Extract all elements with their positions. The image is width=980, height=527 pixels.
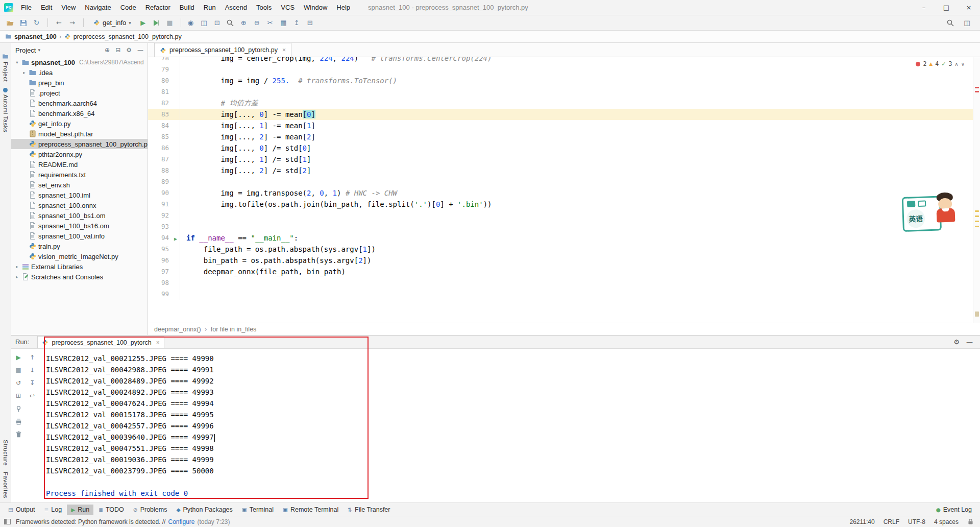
toolwindow-todo[interactable]: ≣TODO xyxy=(94,505,128,515)
code-line-82[interactable]: 82 # 均值方差 xyxy=(148,98,980,109)
code-line-86[interactable]: 86 img[..., 0] /= std[0] xyxy=(148,142,980,154)
code-line-81[interactable]: 81 xyxy=(148,86,980,98)
menu-item-edit[interactable]: Edit xyxy=(36,0,57,15)
code-line-96[interactable]: 96 bin_path = os.path.abspath(sys.argv[2… xyxy=(148,255,980,266)
code-line-78[interactable]: 78 img = center_crop(img, 224, 224) # tr… xyxy=(148,57,980,64)
configure-link[interactable]: Configure xyxy=(168,518,194,525)
tree-item-model-best-pth-tar[interactable]: model_best.pth.tar xyxy=(11,129,148,139)
toolwindow-python-packages[interactable]: ◆Python Packages xyxy=(172,505,236,515)
layout-button[interactable]: ◫ xyxy=(961,17,973,29)
tree-item-pthtar2onnx-py[interactable]: pthtar2onnx.py xyxy=(11,149,148,159)
open-button[interactable] xyxy=(4,17,16,29)
code-line-95[interactable]: 95 file_path = os.path.abspath(sys.argv[… xyxy=(148,244,980,255)
code-line-90[interactable]: 90 img = img.transpose(2, 0, 1) # HWC ->… xyxy=(148,187,980,199)
settings-gear-button[interactable]: ⚙ xyxy=(126,46,132,54)
menu-item-code[interactable]: Code xyxy=(116,0,141,15)
clear-button[interactable] xyxy=(14,429,23,439)
menu-item-ascend[interactable]: Ascend xyxy=(220,0,252,15)
stripe-tab-automl-tasks[interactable]: Automl Tasks xyxy=(3,88,9,132)
forward-button[interactable]: → xyxy=(66,17,78,29)
run-tab[interactable]: preprocess_spnasnet_100_pytorch × xyxy=(37,336,164,348)
menu-item-refactor[interactable]: Refactor xyxy=(141,0,175,15)
code-line-92[interactable]: 92 xyxy=(148,210,980,221)
tree-item-set-env-sh[interactable]: set_env.sh xyxy=(11,180,148,190)
code-line-97[interactable]: 97 deepmar_onnx(file_path, bin_path) xyxy=(148,266,980,277)
scrollbar-error-stripe[interactable] xyxy=(973,57,980,323)
code-line-85[interactable]: 85 img[..., 2] -= mean[2] xyxy=(148,131,980,142)
tree-item-readme-md[interactable]: README.md xyxy=(11,159,148,170)
screenshot-button[interactable]: ⊡ xyxy=(211,17,223,29)
back-button[interactable]: ← xyxy=(53,17,65,29)
code-line-99[interactable]: 99 xyxy=(148,289,980,300)
toolwindow-run[interactable]: ▶Run xyxy=(67,505,93,515)
print-button[interactable] xyxy=(14,417,23,426)
scroll-to-end-button[interactable]: ↧ xyxy=(28,378,37,388)
toolwindow-switcher-icon[interactable] xyxy=(4,519,11,524)
warning-mark[interactable] xyxy=(975,226,979,227)
tree-item-vision-metric-imagenet-py[interactable]: vision_metric_ImageNet.py xyxy=(11,251,148,261)
error-mark[interactable] xyxy=(975,91,979,92)
code-line-83[interactable]: 83 img[..., 0] -= mean[0] xyxy=(148,109,980,120)
close-icon[interactable]: × xyxy=(282,46,286,54)
tree-item-spnasnet-100-bs1-om[interactable]: spnasnet_100_bs1.om xyxy=(11,210,148,221)
settings-gear-icon[interactable]: ⚙ xyxy=(953,338,960,346)
tree-item-requirements-txt[interactable]: requirements.txt xyxy=(11,170,148,180)
tree-item-project[interactable]: .project xyxy=(11,88,148,98)
code-line-98[interactable]: 98 xyxy=(148,277,980,289)
scrollbar-thumb[interactable] xyxy=(975,312,979,317)
zoom-in-button[interactable]: ⊕ xyxy=(238,17,250,29)
toolwindow-problems[interactable]: ⊘Problems xyxy=(129,505,172,515)
menu-item-view[interactable]: View xyxy=(57,0,80,15)
prev-occurrence-button[interactable]: ↑ xyxy=(28,353,37,362)
caret-position[interactable]: 26211:40 xyxy=(849,518,874,525)
tree-item-spnasnet-100-bs16-om[interactable]: spnasnet_100_bs16.om xyxy=(11,221,148,231)
toolwindow-terminal[interactable]: ▣Terminal xyxy=(238,505,278,515)
next-occurrence-button[interactable]: ↓ xyxy=(28,366,37,375)
run-line-icon[interactable]: ▶ xyxy=(174,236,177,242)
warning-mark[interactable] xyxy=(975,210,979,212)
deploy-button[interactable]: ↥ xyxy=(291,17,303,29)
tasks-button[interactable]: ⊟ xyxy=(304,17,316,29)
menu-item-vcs[interactable]: VCS xyxy=(276,0,299,15)
menu-item-file[interactable]: File xyxy=(16,0,36,15)
rerun-button[interactable]: ▶ xyxy=(14,353,23,362)
zoom-out-button[interactable]: ⊖ xyxy=(251,17,263,29)
code-area[interactable]: 78 img = center_crop(img, 224, 224) # tr… xyxy=(148,57,980,323)
save-all-button[interactable] xyxy=(17,17,29,29)
tree-item-scratches-and-consoles[interactable]: ▸Scratches and Consoles xyxy=(11,272,148,282)
stripe-tab-project[interactable]: Project xyxy=(2,53,9,82)
tree-item-preprocess-spnasnet-100-pytorch-p[interactable]: preprocess_spnasnet_100_pytorch.p xyxy=(11,139,148,149)
prev-issue-icon[interactable]: ∧ xyxy=(954,61,958,67)
manage-button[interactable]: ⊞ xyxy=(14,391,23,400)
tree-item-get-info-py[interactable]: get_info.py xyxy=(11,118,148,129)
tree-item-prep-bin[interactable]: prep_bin xyxy=(11,78,148,88)
code-line-89[interactable]: 89 xyxy=(148,176,980,187)
cut-button[interactable]: ✂ xyxy=(264,17,276,29)
menu-item-build[interactable]: Build xyxy=(175,0,199,15)
warning-mark[interactable] xyxy=(975,221,979,222)
tree-item-train-py[interactable]: train.py xyxy=(11,241,148,251)
stripe-tab-favorites[interactable]: Favorites xyxy=(3,472,9,498)
close-icon[interactable]: × xyxy=(156,339,160,346)
code-line-79[interactable]: 79 xyxy=(148,64,980,75)
build-button[interactable]: ▦ xyxy=(278,17,289,29)
minimize-button[interactable]: – xyxy=(913,0,935,15)
code-line-93[interactable]: 93 xyxy=(148,221,980,232)
line-ending[interactable]: CRLF xyxy=(884,518,899,525)
profiler-button[interactable]: ◉ xyxy=(185,17,197,29)
stop-button[interactable]: ■ xyxy=(14,366,23,375)
breadcrumb-file[interactable]: preprocess_spnasnet_100_pytorch.py xyxy=(74,33,182,40)
menu-item-navigate[interactable]: Navigate xyxy=(80,0,115,15)
menu-item-help[interactable]: Help xyxy=(332,0,355,15)
tree-item-idea[interactable]: ▸.idea xyxy=(11,67,148,78)
soft-wrap-button[interactable]: ↩ xyxy=(28,391,37,400)
restore-layout-button[interactable]: ↺ xyxy=(14,378,23,388)
find-button[interactable] xyxy=(225,17,236,29)
warning-mark[interactable] xyxy=(975,215,979,217)
code-line-91[interactable]: 91 img.tofile(os.path.join(bin_path, fil… xyxy=(148,199,980,210)
maximize-button[interactable]: □ xyxy=(935,0,958,15)
search-everywhere-button[interactable] xyxy=(944,17,956,29)
toolwindow-event-log[interactable]: ●Event Log xyxy=(932,505,976,515)
code-line-94[interactable]: 94▶if __name__ == "__main__": xyxy=(148,232,980,244)
breadcrumb-function[interactable]: deepmar_onnx() xyxy=(154,326,201,333)
